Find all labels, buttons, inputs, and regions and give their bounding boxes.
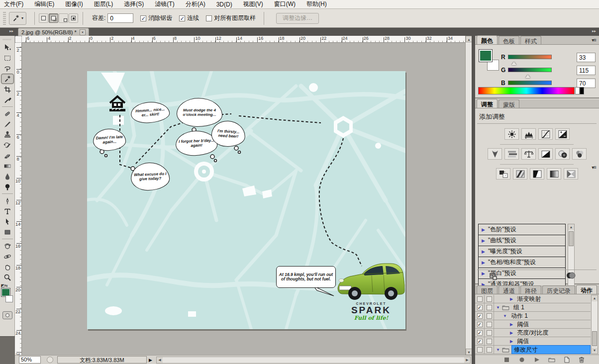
adjustment-gradient-map-button[interactable]	[547, 168, 561, 180]
action-row-content[interactable]: ▼修改尺寸	[494, 346, 591, 354]
tool-rotate-3d[interactable]	[1, 241, 14, 251]
toggle-item-cell[interactable]: ✓	[475, 329, 485, 337]
adjustment-exposure-button[interactable]	[555, 128, 570, 140]
tool-hand[interactable]	[1, 262, 14, 272]
tab-样式[interactable]: 样式	[520, 36, 541, 44]
tab-路径[interactable]: 路径	[520, 285, 541, 294]
color-spectrum-bar[interactable]	[478, 87, 575, 94]
checkbox-box[interactable]: ✓	[179, 15, 185, 21]
horizontal-scrollbar[interactable]: ◀ ▶	[156, 357, 471, 364]
preset-row[interactable]: ▶"色阶"预设	[479, 224, 565, 235]
options-checkbox[interactable]: 对所有图层取样	[206, 14, 256, 22]
action-row[interactable]: ✓▶亮度/对比度	[475, 329, 591, 337]
tab-蒙版[interactable]: 蒙版	[499, 99, 519, 108]
expand-icon[interactable]: ▶	[510, 297, 513, 301]
menu-编辑(E)[interactable]: 编辑(E)	[34, 0, 54, 8]
tool-pen[interactable]	[1, 195, 14, 206]
tab-图层[interactable]: 图层	[477, 285, 498, 294]
tool-clone-stamp[interactable]	[1, 129, 14, 140]
menu-图像(I)[interactable]: 图像(I)	[65, 0, 83, 8]
item-checkbox[interactable]: ✓	[477, 339, 483, 344]
adjustment-channel-mixer-button[interactable]	[572, 148, 587, 160]
item-checkbox[interactable]: ✓	[477, 305, 483, 310]
tool-spot-healing-brush[interactable]	[1, 108, 14, 119]
menu-视图(V)[interactable]: 视图(V)	[243, 0, 263, 8]
dialog-checkbox[interactable]	[487, 322, 492, 327]
dialog-checkbox[interactable]	[487, 347, 492, 353]
options-checkbox[interactable]: ✓消除锯齿	[140, 14, 172, 22]
preset-row[interactable]: ▶"曲线"预设	[479, 235, 565, 246]
white-swatch[interactable]	[575, 87, 580, 94]
action-row-content[interactable]: ▼动作 1	[494, 312, 591, 320]
background-color-swatch[interactable]	[5, 295, 13, 302]
expand-icon[interactable]: ▶	[482, 271, 485, 276]
tool-eyedropper[interactable]	[1, 94, 14, 105]
dialog-toggle-cell[interactable]	[485, 337, 494, 345]
toolbox-collapse-button[interactable]: ▸▸	[0, 28, 15, 36]
tool-dodge[interactable]	[1, 182, 14, 192]
zoom-level-field[interactable]: 50%	[19, 356, 41, 364]
item-checkbox[interactable]	[477, 296, 483, 302]
tool-eraser[interactable]	[1, 150, 14, 161]
dialog-toggle-cell[interactable]	[485, 320, 494, 328]
new-selection-button[interactable]	[39, 13, 48, 23]
preset-row[interactable]: ▶"色相/饱和度"预设	[479, 257, 565, 268]
tool-zoom[interactable]	[1, 272, 14, 282]
menu-窗口(W)[interactable]: 窗口(W)	[274, 0, 296, 8]
adjustment-brightness-contrast-button[interactable]	[504, 128, 519, 140]
tool-crop[interactable]	[1, 84, 14, 94]
adjustment-curves-button[interactable]	[538, 128, 553, 140]
adjustment-invert-button[interactable]	[496, 168, 510, 180]
panel-menu-icon[interactable]: ▾≡	[592, 37, 596, 43]
item-checkbox[interactable]	[477, 347, 483, 353]
new-action-button[interactable]	[563, 356, 571, 363]
action-row[interactable]: ▶渐变映射	[475, 295, 591, 303]
tool-brush[interactable]	[1, 119, 14, 129]
dialog-toggle-cell[interactable]	[485, 295, 494, 303]
tool-move[interactable]	[1, 42, 14, 53]
expanded-view-icon[interactable]	[489, 273, 498, 280]
dialog-checkbox[interactable]	[487, 296, 492, 302]
scroll-left-icon[interactable]: ◀	[157, 357, 163, 363]
menu-选择(S)[interactable]: 选择(S)	[124, 0, 144, 8]
expand-icon[interactable]: ▼	[496, 348, 500, 352]
tool-rectangle-shape[interactable]	[1, 227, 14, 237]
red-value-field[interactable]: 33	[577, 53, 596, 62]
adjustment-selective-color-button[interactable]	[564, 168, 578, 180]
options-checkbox[interactable]: ✓连续	[179, 14, 199, 22]
tab-色板[interactable]: 色板	[499, 36, 519, 44]
tool-path-selection[interactable]	[1, 216, 14, 227]
clip-to-layer-icon[interactable]	[566, 272, 576, 279]
preset-row[interactable]: ▶"曝光度"预设	[479, 246, 565, 257]
scroll-up-icon[interactable]: ▲	[568, 224, 574, 230]
action-row-content[interactable]: ▶阈值	[494, 337, 591, 345]
adjustment-color-balance-button[interactable]	[521, 148, 536, 160]
record-button[interactable]	[518, 356, 526, 363]
dialog-toggle-cell[interactable]	[485, 346, 494, 354]
action-row[interactable]: ▼修改尺寸	[475, 346, 591, 354]
black-swatch[interactable]	[580, 87, 584, 94]
dialog-toggle-cell[interactable]	[485, 329, 494, 337]
tool-orbit-3d[interactable]	[1, 251, 14, 262]
tool-gradient[interactable]	[1, 161, 14, 171]
dialog-checkbox[interactable]	[487, 305, 492, 310]
menu-图层(L)[interactable]: 图层(L)	[94, 0, 113, 8]
dialog-checkbox[interactable]	[487, 313, 492, 319]
red-slider[interactable]	[508, 55, 552, 59]
tab-通道[interactable]: 通道	[499, 285, 519, 294]
scroll-up-icon[interactable]: ▲	[592, 295, 598, 301]
new-group-button[interactable]	[548, 356, 556, 363]
tool-blur[interactable]	[1, 171, 14, 182]
adjustment-vibrance-button[interactable]	[488, 148, 502, 160]
options-grip[interactable]	[3, 12, 6, 25]
tolerance-input[interactable]	[107, 13, 133, 23]
slider-marker[interactable]	[525, 75, 530, 78]
close-icon[interactable]: ×	[80, 29, 86, 35]
delete-button[interactable]	[578, 356, 586, 363]
checkbox-box[interactable]: ✓	[140, 15, 146, 21]
toggle-item-cell[interactable]: ✓	[475, 303, 485, 311]
menu-3D(D)[interactable]: 3D(D)	[216, 1, 232, 8]
toggle-item-cell[interactable]: ✓	[475, 320, 485, 328]
dock-collapse-button[interactable]: ▸▸	[472, 28, 599, 36]
tool-type[interactable]	[1, 206, 14, 216]
